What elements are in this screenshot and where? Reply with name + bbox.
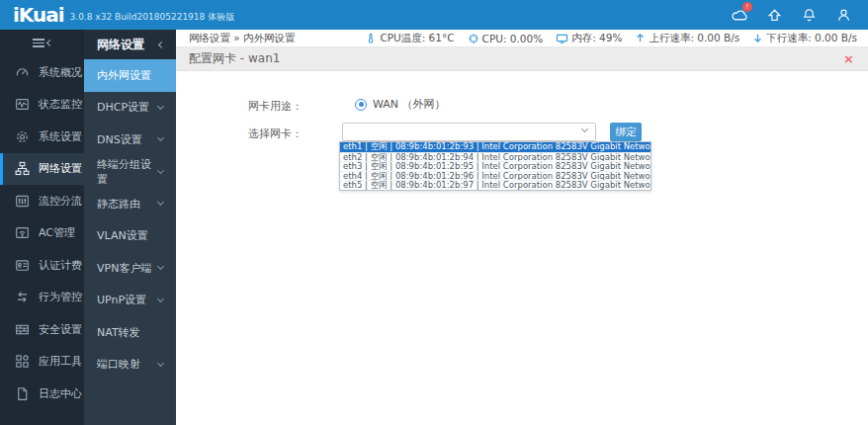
nic-option[interactable]: eth4 | 空闲 | 08:9b:4b:01:2b:96 | Intel Co… [340, 171, 651, 181]
submenu-item-terminal-group-settings[interactable]: 终端分组设置 [84, 156, 176, 189]
status-row: 网络设置 » 内外网设置 CPU温度: 61°C CPU: 0.00% [176, 30, 868, 47]
sidebar-item-network-settings[interactable]: 网络设置 [0, 153, 84, 186]
network-icon [15, 161, 30, 176]
cpu-temp-metric: CPU温度: 61°C [365, 32, 454, 45]
upload-rate-metric: 上行速率: 0.00 B/s [635, 32, 739, 45]
sidebar-item-label: 流控分流 [39, 194, 82, 209]
sidebar-item-label: AC管理 [39, 225, 75, 240]
sidebar-item-label: 安全设置 [39, 322, 82, 337]
brand: iKuai 3.0.8 x32 Build201805221918 体验版 [13, 4, 234, 26]
sidebar-item-label: 系统设置 [39, 129, 82, 144]
breadcrumb: 网络设置 » 内外网设置 [189, 32, 296, 45]
ikuai-admin-app: iKuai 3.0.8 x32 Build201805221918 体验版 ! [0, 0, 868, 425]
chevron-down-icon [157, 360, 164, 367]
brick-wall-icon [15, 322, 30, 337]
chevron-down-icon [157, 199, 164, 206]
swap-arrows-icon [15, 290, 30, 304]
gear-icon [15, 129, 30, 144]
nic-option[interactable]: eth3 | 空闲 | 08:9b:4b:01:2b:95 | Intel Co… [340, 161, 651, 171]
sidebar-item-system-settings[interactable]: 系统设置 [0, 121, 84, 153]
nic-purpose-label: 网卡用途： [202, 99, 303, 114]
topbar-icons: ! [729, 4, 854, 26]
download-rate-metric: 下行速率: 0.00 B/s [752, 32, 857, 45]
cloud-message-icon[interactable]: ! [729, 4, 750, 26]
nic-option[interactable]: eth1 | 空闲 | 08:9b:4b:01:2b:93 | Intel Co… [340, 142, 651, 152]
radio-selected-icon[interactable] [355, 99, 367, 111]
topbar: iKuai 3.0.8 x32 Build201805221918 体验版 ! [0, 0, 868, 30]
notification-badge: ! [742, 2, 752, 12]
sidebar-item-log-center[interactable]: 日志中心 [0, 378, 84, 410]
nic-option[interactable]: eth2 | 空闲 | 08:9b:4b:01:2b:94 | Intel Co… [340, 152, 651, 162]
sidebar-item-label: 日志中心 [39, 386, 82, 401]
submenu-item-nat-forwarding[interactable]: NAT转发 [84, 316, 176, 349]
submenu-item-vlan-settings[interactable]: VLAN设置 [84, 220, 176, 253]
memory-icon [556, 32, 568, 44]
nic-config-form: 网卡用途： WAN （外网） 选择网卡： 绑定 eth1 | 空闲 | 08:9… [176, 71, 868, 425]
system-metrics: CPU温度: 61°C CPU: 0.00% 内存: 49% [365, 32, 857, 45]
chevron-down-icon [157, 103, 164, 110]
log-file-icon [15, 386, 30, 401]
main-content: 网络设置 » 内外网设置 CPU温度: 61°C CPU: 0.00% [176, 30, 868, 425]
wan-radio-option[interactable]: WAN （外网） [355, 97, 446, 112]
submenu-item-dns-settings[interactable]: DNS设置 [84, 124, 176, 156]
panel-header: 配置网卡 - wan1 × [176, 47, 868, 71]
chevron-down-icon [581, 126, 588, 132]
close-icon[interactable]: × [843, 52, 854, 65]
submenu-item-vpn-client[interactable]: VPN客户端 [84, 252, 176, 285]
wan-radio-label: WAN （外网） [373, 97, 446, 112]
memory-metric: 内存: 49% [556, 32, 622, 45]
bind-button[interactable]: 绑定 [610, 123, 642, 141]
sidebar-item-label: 状态监控 [39, 97, 82, 112]
submenu-item-upnp-settings[interactable]: UPnP设置 [84, 285, 176, 317]
sidebar-item-label: 行为管控 [39, 290, 82, 304]
sidebar-item-label: 网络设置 [39, 161, 82, 176]
sliders-icon [15, 194, 30, 209]
network-settings-submenu: 网络设置 内外网设置 DHCP设置 DNS设置 终端分组设置 静态路由 VLAN… [84, 30, 176, 425]
sidebar-item-label: 应用工具 [39, 354, 82, 369]
submenu-item-port-mapping[interactable]: 端口映射 [84, 349, 176, 382]
submenu-item-lan-wan-settings[interactable]: 内外网设置 [84, 59, 176, 92]
nic-select-value [343, 129, 348, 140]
nic-option[interactable]: eth5 | 空闲 | 08:9b:4b:01:2b:97 | Intel Co… [340, 180, 651, 190]
sidebar-item-flow-control[interactable]: 流控分流 [0, 185, 84, 217]
home-upload-icon[interactable] [763, 4, 785, 26]
sidebar-item-security-settings[interactable]: 安全设置 [0, 313, 84, 346]
submenu-title: 网络设置 [97, 37, 144, 53]
chevron-down-icon [157, 263, 164, 270]
arrow-down-icon [752, 33, 763, 43]
sidebar-collapse-icon[interactable] [0, 30, 84, 56]
sidebar-item-system-overview[interactable]: 系统概况 [0, 56, 84, 89]
wifi-monitor-icon [15, 225, 30, 240]
cpu-usage-metric: CPU: 0.00% [468, 33, 544, 44]
sidebar-item-app-tools[interactable]: 应用工具 [0, 346, 84, 379]
nic-select-input[interactable] [342, 123, 596, 141]
sidebar-item-ac-management[interactable]: AC管理 [0, 217, 84, 250]
monitor-pulse-icon [15, 97, 30, 112]
arrow-up-icon [635, 33, 646, 43]
thermometer-icon [365, 33, 377, 44]
id-card-icon [15, 258, 30, 273]
nic-options-dropdown: eth1 | 空闲 | 08:9b:4b:01:2b:93 | Intel Co… [339, 141, 651, 191]
sidebar-item-status-monitor[interactable]: 状态监控 [0, 89, 84, 122]
sidebar-item-label: 认证计费 [39, 258, 82, 273]
version-label: 3.0.8 x32 Build201805221918 体验版 [70, 11, 235, 24]
chevron-down-icon [157, 167, 164, 174]
chevron-down-icon [157, 296, 164, 302]
user-icon[interactable] [832, 4, 854, 26]
nic-select-label: 选择网卡： [202, 127, 303, 141]
chevron-down-icon [157, 134, 164, 141]
apps-grid-icon [15, 354, 30, 369]
cpu-chip-icon [468, 33, 479, 44]
bell-icon[interactable] [798, 4, 820, 26]
submenu-item-static-routes[interactable]: 静态路由 [84, 188, 176, 220]
sidebar-item-auth-billing[interactable]: 认证计费 [0, 249, 84, 282]
submenu-header: 网络设置 [84, 30, 176, 59]
gauge-icon [15, 65, 30, 80]
sidebar-item-label: 系统概况 [39, 65, 82, 80]
submenu-item-dhcp-settings[interactable]: DHCP设置 [84, 92, 176, 125]
submenu-collapse-icon[interactable] [158, 41, 165, 47]
main-sidebar: 系统概况 状态监控 系统设置 网络设置 [0, 30, 84, 425]
ikuai-logo: iKuai [13, 4, 64, 26]
sidebar-item-behavior-control[interactable]: 行为管控 [0, 282, 84, 314]
panel-title: 配置网卡 - wan1 [189, 50, 280, 67]
